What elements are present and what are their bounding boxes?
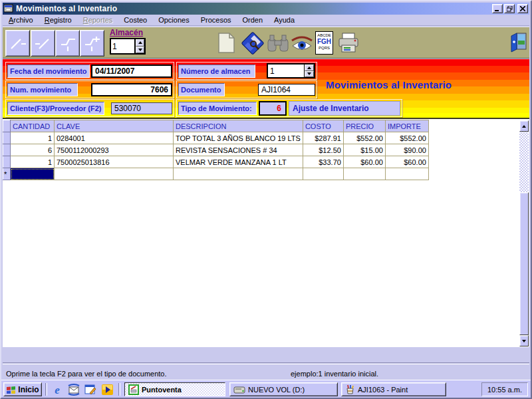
close-button[interactable] (517, 4, 528, 13)
start-label: Inicio (18, 385, 39, 394)
menu-opciones[interactable]: Opciones (158, 16, 189, 24)
cell-costo[interactable] (303, 168, 343, 180)
restore-button[interactable] (504, 4, 515, 13)
cell-clave[interactable]: 7500025013816 (55, 156, 174, 168)
fecha-input[interactable] (91, 65, 172, 78)
almacen-input[interactable] (111, 39, 134, 53)
numero-almacen-group: Número de almacen (176, 62, 317, 80)
cell-precio[interactable]: $15.00 (343, 144, 385, 156)
num-movimiento-label: Num. movimiento (7, 83, 78, 96)
row-selector[interactable] (3, 132, 11, 144)
num-movimiento-group: Num. movimiento (5, 80, 174, 98)
new-document-button[interactable] (217, 32, 235, 54)
numero-almacen-label: Número de almacen (178, 65, 255, 78)
exit-button[interactable] (509, 31, 527, 53)
scroll-up-button[interactable] (519, 120, 529, 132)
scrollbar-thumb[interactable] (519, 192, 529, 335)
cell-cantidad[interactable]: 1 (11, 132, 55, 144)
documento-label: Documento (178, 83, 225, 96)
exit-door-icon (509, 31, 527, 53)
quick-launch-media-player[interactable] (100, 383, 114, 396)
menu-archivo[interactable]: Archivo (9, 16, 33, 24)
menu-bar: Archivo Registro Reportes Costeo Opcione… (3, 15, 529, 26)
show-desktop-icon (84, 384, 96, 396)
task-label: NUEVO VOL (D:) (248, 386, 305, 394)
tipo-movimiento-code[interactable]: 6 (259, 101, 287, 116)
quick-launch-outlook-express[interactable] (67, 383, 80, 396)
numero-almacen-input[interactable] (268, 65, 304, 77)
menu-costeo[interactable]: Costeo (124, 16, 147, 24)
cell-cantidad[interactable]: 6 (11, 144, 55, 156)
nav-previous-button[interactable] (31, 30, 55, 57)
app-icon (4, 4, 13, 14)
up-arrow-icon (138, 41, 142, 44)
cell-importe[interactable]: $90.00 (385, 144, 428, 156)
almacen-spinner (110, 38, 146, 55)
menu-orden[interactable]: Orden (243, 16, 263, 24)
documento-input[interactable] (258, 84, 315, 96)
grid-area: CANTIDAD CLAVE DESCRIPCION COSTO PRECIO … (3, 118, 529, 347)
new-row-selector[interactable]: * (3, 168, 11, 180)
row-selector-header (3, 120, 11, 132)
find-button[interactable] (267, 34, 289, 53)
cell-descripcion[interactable]: VELMAR VERDE MANZANA 1 LT (174, 156, 303, 168)
status-hint-right: ejemplo:1 inventario inicial. (291, 370, 378, 378)
cell-precio[interactable]: $60.00 (343, 156, 385, 168)
row-selector[interactable] (3, 156, 11, 168)
windows-logo-icon (6, 385, 16, 394)
minimize-button[interactable] (492, 4, 503, 13)
drive-icon (233, 386, 245, 394)
cell-descripcion[interactable] (174, 168, 303, 180)
cell-descripcion[interactable]: TOP TOTAL 3 AÑOS BLANCO 19 LTS (174, 132, 303, 144)
almacen-spin-up[interactable] (136, 39, 144, 47)
cell-clave[interactable]: 0284001 (55, 132, 174, 144)
almacen-spin-down[interactable] (136, 47, 144, 54)
cell-costo[interactable]: $33.70 (303, 156, 343, 168)
menu-registro[interactable]: Registro (45, 16, 72, 24)
quick-launch-internet-explorer[interactable]: e (51, 383, 64, 396)
fecha-group: Fecha del movimiento (5, 62, 174, 80)
start-button[interactable]: Inicio (3, 382, 42, 396)
quick-launch-show-desktop[interactable] (84, 383, 97, 396)
cell-clave[interactable] (55, 168, 174, 180)
task-nuevo-vol[interactable]: NUEVO VOL (D:) (229, 382, 338, 396)
vertical-scrollbar[interactable] (519, 120, 529, 346)
menu-procesos[interactable]: Procesos (201, 16, 231, 24)
cell-precio[interactable] (343, 168, 385, 180)
cell-descripcion[interactable]: REVISTA SENSACIONES # 34 (174, 144, 303, 156)
down-arrow-icon (307, 72, 311, 75)
print-button[interactable] (337, 32, 360, 55)
num-movimiento-input[interactable] (91, 83, 172, 96)
font-button[interactable]: ABCDE FGH PQRS (315, 31, 333, 55)
numero-almacen-spin-up[interactable] (305, 65, 314, 71)
cell-importe[interactable] (385, 168, 428, 180)
title-bar[interactable]: Movimientos al Inventario (3, 3, 529, 15)
new-document-icon (217, 32, 235, 54)
nav-last-button[interactable] (80, 30, 104, 57)
task-paint[interactable]: AJI1063 - Paint (341, 382, 446, 396)
numero-almacen-spin-down[interactable] (305, 71, 314, 78)
menu-ayuda[interactable]: Ayuda (274, 16, 295, 24)
row-selector[interactable] (3, 144, 11, 156)
nav-next-button[interactable] (55, 30, 80, 57)
nav-first-button[interactable] (5, 30, 30, 57)
selected-cell[interactable] (11, 168, 55, 180)
cell-costo[interactable]: $12.50 (303, 144, 343, 156)
preview-button[interactable] (290, 35, 314, 53)
cell-importe[interactable]: $60.00 (385, 156, 428, 168)
cell-clave[interactable]: 7500112000293 (55, 144, 174, 156)
font-map-icon: ABCDE FGH PQRS (315, 31, 333, 55)
up-arrow-icon (522, 125, 526, 128)
table-row: 1 7500025013816 VELMAR VERDE MANZANA 1 L… (3, 156, 429, 168)
cell-cantidad[interactable]: 1 (11, 156, 55, 168)
taskbar-clock[interactable]: 10:55 a.m. (481, 382, 528, 396)
scroll-down-button[interactable] (519, 335, 529, 346)
task-puntoventa[interactable]: Puntoventa (124, 382, 225, 396)
save-button[interactable] (241, 31, 265, 55)
cliente-input[interactable] (111, 102, 172, 114)
cell-importe[interactable]: $552.00 (385, 132, 428, 144)
status-bar: Oprime la tecla F2 para ver el tipo de d… (3, 364, 529, 382)
paint-icon (345, 384, 355, 395)
cell-costo[interactable]: $287.91 (303, 132, 343, 144)
cell-precio[interactable]: $552.00 (343, 132, 385, 144)
